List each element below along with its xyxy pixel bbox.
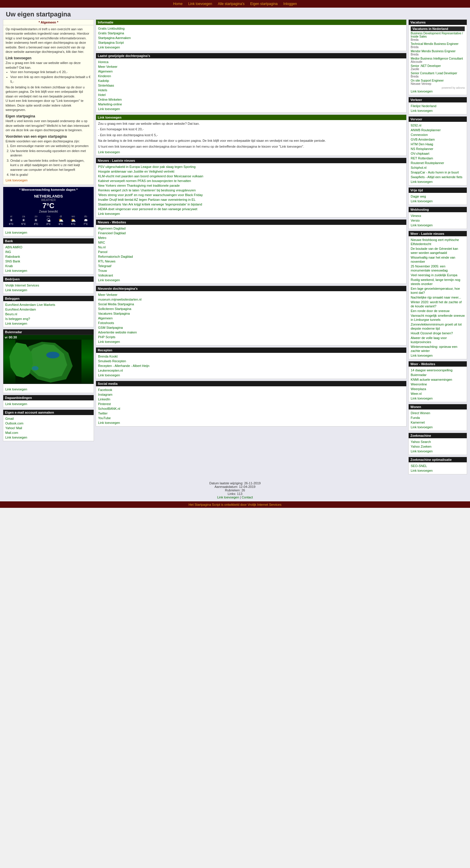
lg-link-5[interactable]: Sinterklaas	[98, 84, 114, 87]
email-link-0[interactable]: Gmail	[5, 417, 14, 420]
nl-link-9[interactable]: HEMA doet vingerscan voor personeel in d…	[98, 207, 197, 211]
vt-link-0[interactable]: Dagje weg	[411, 195, 426, 198]
nw-link-2[interactable]: Metro	[98, 236, 106, 240]
nl-link-5[interactable]: Remkes weigert zich te laten 'chanteren'…	[98, 188, 196, 192]
nw-link-toevoegen[interactable]: Link toevoegen	[98, 278, 120, 282]
beleggen-link-2[interactable]: Beurs.nl	[5, 312, 17, 316]
vv-link-1[interactable]: ANWB Routeplanner	[411, 128, 441, 132]
nw-link-0[interactable]: Algemeen Dagblad	[98, 227, 126, 230]
bank-link-2[interactable]: Rabobank	[5, 255, 20, 258]
lg-link-2[interactable]: Algemeen	[98, 69, 113, 73]
ww-link-toevoegen[interactable]: Link toevoegen	[411, 397, 433, 400]
sm-link-5[interactable]: Twitter	[98, 411, 107, 415]
email-link-3[interactable]: Mail.com	[5, 431, 18, 434]
ndp-link-8[interactable]: Advertentie website maken	[98, 331, 137, 334]
ndp-link-5[interactable]: Algemeen	[98, 316, 113, 320]
nw-link-4[interactable]: Nu.nl	[98, 245, 106, 249]
weer-link-toevoegen[interactable]: Link toevoegen	[5, 231, 27, 234]
nl-link-3[interactable]: Kabinet versoepelt normen PFAS om bouwpr…	[98, 179, 191, 183]
nl-link-toevoegen[interactable]: Link toevoegen	[98, 212, 120, 215]
sm-link-0[interactable]: Facebook	[98, 388, 112, 392]
footer-contact[interactable]: Contact	[242, 496, 253, 499]
zm-link-0[interactable]: Yahoo Search	[411, 440, 431, 443]
wh-link-0[interactable]: Vimexx	[411, 214, 421, 218]
buienradar-link-toevoegen[interactable]: Link toevoegen	[5, 388, 27, 391]
lg-link-8[interactable]: Online-Winkelen	[98, 98, 122, 101]
wonen-link-0[interactable]: Direct Wonen	[411, 411, 430, 415]
vacature-title-0[interactable]: Business Development Representative / In…	[411, 32, 465, 38]
link-toevoegen-link[interactable]: Link toevoegen	[6, 179, 28, 182]
ndp-link-4[interactable]: Vacatures Startpagina	[98, 312, 130, 315]
vacature-title-4[interactable]: Senior .NET Developer	[411, 64, 465, 67]
beleggen-link-1[interactable]: EuroNext Amsterdam	[5, 308, 36, 311]
wl-link-0[interactable]: Nieuwe finishboog eert mythische Elfsted…	[411, 238, 459, 246]
vv-link-2[interactable]: Connexxion	[411, 133, 428, 136]
vv-link-6[interactable]: OV-chipkaart	[411, 152, 430, 155]
vv-link-5[interactable]: NS Reisplanner	[411, 147, 433, 151]
lg-link-1[interactable]: Meer Verkeer	[98, 65, 118, 68]
vacature-title-3[interactable]: Medior Business Intelligence Consultant	[411, 57, 465, 60]
email-link-1[interactable]: Outlook.com	[5, 422, 24, 425]
vervoer-link-toevoegen[interactable]: Link toevoegen	[411, 180, 433, 183]
email-link-toevoegen[interactable]: Link toevoegen	[5, 436, 27, 439]
ndp-link-9[interactable]: PHP Scripts	[98, 335, 115, 339]
sm-link-2[interactable]: LinkedIn	[98, 398, 111, 401]
beleggen-link-3[interactable]: Is beleggen eng?	[5, 317, 30, 320]
wl-link-7[interactable]: Nachtelijke rijp smaakt naar meer...	[411, 296, 461, 299]
nw-link-3[interactable]: NRC	[98, 241, 105, 244]
vv-link-9[interactable]: Schiphol.nl	[411, 166, 427, 169]
nl-link-4[interactable]: New Yorkers vieren Thanksgiving met trad…	[98, 184, 180, 187]
bank-link-3[interactable]: SNS Bank	[5, 259, 20, 263]
vacature-title-2[interactable]: Mendor Mendix Business Engneer	[411, 50, 465, 53]
bedrijven-link-0[interactable]: Vrolijk Internet Services	[5, 284, 39, 287]
wl-link-2[interactable]: Wisselvallig naar het einde van november	[411, 256, 455, 263]
rec-link-1[interactable]: Smulweb Recepten	[98, 359, 126, 363]
wonen-link-2[interactable]: Kamernet	[411, 421, 425, 424]
zmo-link-toevoegen[interactable]: Link toevoegen	[411, 469, 433, 472]
nl-link-6[interactable]: 'Wees streng voor jezelf' en nog meer wa…	[98, 193, 203, 197]
ndp-link-1[interactable]: museum.mijnwebsitestarten.nl	[98, 298, 142, 301]
wh-link-toevoegen[interactable]: Link toevoegen	[411, 223, 433, 227]
nl-link-0[interactable]: PSV uitgeschakeld in Europa League door …	[98, 165, 195, 168]
vv-link-3[interactable]: GVB Amsterdam	[411, 138, 435, 141]
wl-link-11[interactable]: Zonnevlekkenminimum groeit uit tot dieps…	[411, 322, 462, 330]
vv-link-0[interactable]: 9292.nl	[411, 124, 421, 127]
ww-link-1[interactable]: Buienradar	[411, 373, 427, 377]
zmo-link-0[interactable]: SEO-SNEL	[411, 464, 427, 468]
wl-link-14[interactable]: Winterverwachting: opnieuw een zachte wi…	[411, 345, 458, 352]
nav-inloggen[interactable]: Inloggen	[283, 2, 297, 6]
verkeer-link-0[interactable]: Filelijst Nederland	[411, 104, 436, 108]
info-link-1[interactable]: Gratis Startpagina	[98, 31, 124, 35]
lg-link-9[interactable]: Marketing-online	[98, 102, 122, 106]
informatie-link-toevoegen[interactable]: Link toevoegen	[98, 45, 120, 49]
email-link-2[interactable]: Yahoo! Mail	[5, 426, 22, 430]
wl-link-3[interactable]: 25 November 2005: een monumentale sneeuw…	[411, 265, 448, 272]
lg-link-6[interactable]: Hotels	[98, 88, 107, 92]
sm-link-6[interactable]: YouTube	[98, 416, 111, 420]
lg-link-4[interactable]: Kadotip	[98, 79, 109, 83]
lg-link-0[interactable]: Horeca	[98, 60, 108, 64]
dagaanbiedingen-link-toevoegen[interactable]: Link toevoegen	[5, 402, 27, 406]
wl-link-12[interactable]: Houdt Ozosnel droge benen?	[411, 332, 453, 335]
ndp-link-3[interactable]: Solliciteren Startpagina	[98, 307, 131, 311]
ww-link-3[interactable]: Weeronline	[411, 382, 427, 386]
bank-link-toevoegen[interactable]: Link toevoegen	[5, 269, 27, 272]
nl-link-7[interactable]: Invaller Druijf leidt tiental AZ tegen P…	[98, 198, 195, 202]
lg-link-3[interactable]: Kinderen	[98, 74, 111, 78]
ndp-link-0[interactable]: Meer Verkeer	[98, 293, 118, 297]
ww-link-5[interactable]: Weer.nl	[411, 392, 421, 395]
vacature-title-5[interactable]: Senior Consultant / Lead Developer	[411, 72, 465, 75]
bank-link-1[interactable]: ING	[5, 250, 11, 254]
bedrijven-link-toevoegen[interactable]: Link toevoegen	[5, 288, 27, 292]
nav-home[interactable]: Home	[173, 2, 183, 6]
ndp-link-6[interactable]: Fotoshoots	[98, 321, 114, 324]
info-link-0[interactable]: Gratis Linkbuilding	[98, 27, 125, 30]
beleggen-link-0[interactable]: EuroNext Amsterdam Live Markets	[5, 303, 55, 306]
wl-link-1[interactable]: De boutade van de Génestet kan weer word…	[411, 247, 458, 254]
nav-alle-startpaginas[interactable]: Alle startpagina's	[218, 2, 245, 6]
bank-link-0[interactable]: ABN AMRO	[5, 245, 22, 249]
ww-link-4[interactable]: Weerplaza	[411, 387, 426, 391]
nl-link-8[interactable]: Staatssecretaris Van Ark krijgt kritiek …	[98, 203, 202, 206]
zm-link-1[interactable]: Yahoo Zoeken	[411, 445, 432, 448]
vv-link-4[interactable]: HTM Den Haag	[411, 143, 433, 146]
